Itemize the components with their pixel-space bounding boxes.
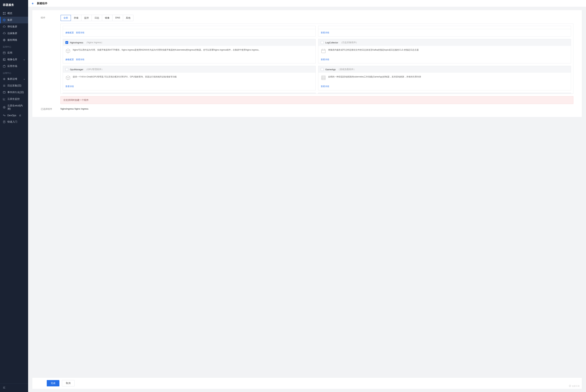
component-name: GameApp <box>325 68 336 71</box>
sidebar: 容器服务 概览 集群 弹性集群 边缘集群 服务网格 应用中心 应用 镜像仓库 <box>0 0 28 392</box>
tab-all[interactable]: 全部 <box>61 15 71 21</box>
form-label-component: 组件 <box>41 15 52 112</box>
alert-single-select: 仅支持同时创建一个组件 <box>61 96 573 104</box>
sidebar-item-edge[interactable]: 边缘集群 <box>0 30 28 37</box>
etcd-icon <box>3 106 6 109</box>
sidebar-title: 容器服务 <box>0 0 28 10</box>
external-link-icon <box>19 114 22 117</box>
svg-rect-14 <box>322 49 325 53</box>
svg-point-10 <box>3 91 5 92</box>
checkbox-gpumanager[interactable] <box>65 68 68 71</box>
sidebar-section-ops: 运维中心 <box>0 70 28 76</box>
sidebar-item-elastic[interactable]: 弹性集群 <box>0 23 28 30</box>
sidebar-item-market[interactable]: 应用市场 <box>0 63 28 70</box>
market-icon <box>3 65 6 68</box>
tab-dns[interactable]: DNS <box>113 15 123 21</box>
component-card-gpumanager[interactable]: GpuManager （GPU管理组件） 提供一个All-in-One的GPU管… <box>63 66 316 90</box>
svg-rect-0 <box>3 12 4 13</box>
form-body: 全部 存储 监控 日志 镜像 DNS 其他 <box>61 15 573 112</box>
list-icon <box>3 84 6 87</box>
filter-tabs: 全部 存储 监控 日志 镜像 DNS 其他 <box>61 15 133 21</box>
sidebar-item-devops[interactable]: DevOps <box>0 112 28 118</box>
database-icon <box>3 91 6 94</box>
component-card-partial-right: 查看详情 <box>318 26 571 36</box>
wrench-icon <box>3 78 6 80</box>
component-desc: 提供一个All-in-One的GPU管理器,可以实现分配并共享GPU、GPU指标… <box>73 75 177 78</box>
infinity-icon <box>3 114 6 117</box>
component-card-gameapp[interactable]: GameApp （游戏负载组件） 自研的一种容器原地更新的kubernetes工… <box>318 66 571 90</box>
link-view-detail[interactable]: 查看详情 <box>76 58 84 61</box>
apps-icon <box>3 52 6 54</box>
sidebar-collapse-toggle[interactable] <box>0 384 28 392</box>
link-view-detail[interactable]: 查看详情 <box>65 85 74 88</box>
content: 组件 全部 存储 监控 日志 镜像 DNS 其他 <box>28 7 586 392</box>
box-icon <box>65 75 71 80</box>
checkbox-logcollector[interactable] <box>321 41 324 44</box>
component-scroll-area[interactable]: 参数配置 查看详情 查看详情 <box>61 24 573 94</box>
chevron-down-icon <box>23 78 25 80</box>
component-alt: （Nginx Ingress） <box>85 41 104 44</box>
sidebar-item-monitor[interactable]: 云原生监控 <box>0 96 28 102</box>
grid-icon <box>3 12 6 15</box>
topbar: 新建组件 <box>28 0 586 7</box>
selected-row: 已选择组件 NginxIngress Nginx Ingress <box>41 104 573 112</box>
checkbox-gameapp[interactable] <box>321 68 324 71</box>
sidebar-item-label: 应用市场 <box>8 65 17 68</box>
link-view-detail[interactable]: 查看详情 <box>76 31 84 34</box>
watermark-icon <box>569 384 571 388</box>
tab-monitor[interactable]: 监控 <box>81 15 92 21</box>
component-name: LogCollector <box>325 41 338 44</box>
sidebar-item-etcd[interactable]: 云原生etcd(内测) <box>0 102 28 112</box>
sidebar-item-overview[interactable]: 概览 <box>0 10 28 17</box>
svg-point-12 <box>4 107 5 108</box>
sidebar-item-label: 应用 <box>8 51 12 54</box>
sidebar-item-registry[interactable]: 镜像仓库 <box>0 56 28 63</box>
sidebar-item-label: 日志采集(旧) <box>8 84 21 87</box>
svg-point-7 <box>4 59 4 60</box>
selected-value: NginxIngress Nginx Ingress <box>61 108 88 111</box>
sidebar-item-eventold[interactable]: 事件持久化(旧) <box>0 89 28 96</box>
confirm-button[interactable]: 完成 <box>47 380 59 386</box>
component-card-nginxingress[interactable]: NginxIngress （Nginx Ingress） Nginx可以用作反向… <box>63 39 316 64</box>
component-grid: 参数配置 查看详情 查看详情 <box>63 26 571 94</box>
component-card-logcollector[interactable]: LogCollector （日志采集组件） 将集群内服务或节点特定路径文件的日志… <box>318 39 571 64</box>
sidebar-item-quickstart[interactable]: 快速入门 <box>0 118 28 125</box>
link-param-config[interactable]: 参数配置 <box>65 58 74 61</box>
link-view-detail[interactable]: 查看详情 <box>321 85 329 88</box>
svg-point-11 <box>3 106 5 108</box>
checkbox-nginxingress[interactable] <box>65 41 68 44</box>
cloud-icon <box>3 25 6 28</box>
svg-rect-1 <box>5 12 6 13</box>
svg-rect-8 <box>3 66 5 67</box>
component-alt: （游戏负载组件） <box>338 68 356 71</box>
sidebar-item-ops[interactable]: 集群运维 <box>0 76 28 82</box>
component-alt: （日志采集组件） <box>340 41 358 44</box>
grid-add-icon <box>321 75 326 80</box>
sidebar-item-app[interactable]: 应用 <box>0 50 28 56</box>
tab-storage[interactable]: 存储 <box>71 15 81 21</box>
link-param-config[interactable]: 参数配置 <box>65 31 74 34</box>
back-button[interactable] <box>31 2 35 5</box>
mesh-icon <box>3 39 6 42</box>
link-view-detail[interactable]: 查看详情 <box>321 58 329 61</box>
sidebar-item-logold[interactable]: 日志采集(旧) <box>0 82 28 89</box>
tab-image[interactable]: 镜像 <box>102 15 113 21</box>
sidebar-item-label: 服务网格 <box>8 38 17 42</box>
component-desc: 将集群内服务或节点特定路径文件的日志发送至Kafka的指定topic或日志服务C… <box>328 48 419 52</box>
selected-label: 已选择组件 <box>41 108 52 111</box>
tab-other[interactable]: 其他 <box>123 15 133 21</box>
component-card-dynamicscheduler[interactable]: DynamicScheduler （动态调度器插件） <box>63 93 316 94</box>
component-alt: （GPU管理组件） <box>85 68 104 71</box>
sidebar-item-cluster[interactable]: 集群 <box>0 17 28 23</box>
link-view-detail[interactable]: 查看详情 <box>321 31 329 34</box>
tab-log[interactable]: 日志 <box>92 15 102 21</box>
svg-rect-5 <box>3 52 5 54</box>
chart-icon <box>3 98 6 100</box>
component-desc: Nginx可以用作反向代理、负载平衡器和HTTP缓存。Nginx-ingress… <box>73 48 261 52</box>
component-card-descheduler[interactable]: DeScheduler <box>318 93 571 94</box>
svg-rect-3 <box>5 14 6 14</box>
book-icon <box>3 120 6 123</box>
cancel-button[interactable]: 取消 <box>62 380 75 386</box>
sidebar-item-label: 弹性集群 <box>8 25 17 28</box>
sidebar-item-mesh[interactable]: 服务网格 <box>0 37 28 44</box>
